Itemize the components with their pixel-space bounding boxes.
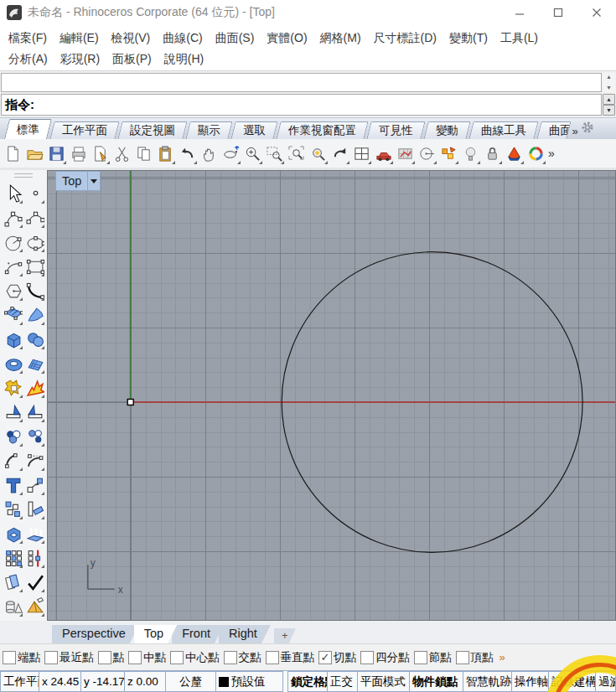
checkbox-icon[interactable] — [170, 651, 184, 664]
status-cell-9[interactable]: 物件鎖點 — [410, 671, 463, 692]
interpolate-curve-icon[interactable] — [23, 205, 45, 229]
lamp-icon[interactable] — [459, 142, 481, 165]
spinner-down-button[interactable]: ▼ — [603, 105, 615, 116]
top-viewport[interactable]: y x Top — [47, 170, 616, 621]
toolbar-grip[interactable] — [14, 173, 33, 178]
menu-item-8[interactable]: 變動(T) — [449, 31, 488, 46]
origin-point-marker[interactable] — [127, 399, 133, 405]
menu-item-0[interactable]: 檔案(F) — [8, 31, 47, 46]
blend-surface-icon[interactable] — [2, 424, 23, 447]
checkbox-icon[interactable] — [456, 651, 469, 664]
cut-icon[interactable] — [111, 142, 132, 165]
cplane-disc-icon[interactable] — [416, 142, 437, 165]
status-cell-8[interactable]: 平面模式 — [358, 671, 410, 692]
chevron-down-icon[interactable] — [88, 176, 100, 187]
scroll-down-icon[interactable]: ▼ — [606, 85, 612, 91]
command-prompt[interactable]: 指令: — [1, 94, 602, 116]
status-cell-10[interactable]: 智慧軌跡 — [463, 671, 512, 692]
menu-item-9[interactable]: 工具(L) — [500, 31, 538, 46]
sphere-icon[interactable] — [23, 327, 45, 350]
checkbox-icon[interactable] — [224, 651, 237, 664]
polygon-icon[interactable] — [2, 278, 23, 302]
checkbox-icon[interactable] — [3, 651, 16, 664]
add-viewport-tab-button[interactable]: + — [274, 628, 296, 643]
fillet-edge-icon[interactable] — [2, 400, 23, 423]
primitive-solids-icon[interactable] — [2, 594, 23, 617]
rotate-view-icon[interactable] — [220, 142, 241, 165]
export-selected-icon[interactable] — [89, 142, 111, 165]
toolbar-overflow-chevron[interactable]: » — [548, 147, 555, 160]
tab-overflow-chevron[interactable]: » — [572, 125, 578, 137]
surface-from-points-icon[interactable] — [2, 302, 23, 326]
osnap-5[interactable]: 交點 — [224, 650, 261, 665]
menu-item-2[interactable]: 面板(P) — [112, 52, 152, 67]
arc-icon[interactable] — [2, 254, 23, 277]
open-file-icon[interactable] — [23, 142, 45, 165]
render-icon[interactable] — [525, 142, 546, 165]
checkbox-icon[interactable] — [360, 651, 374, 664]
toolbar-tab-8[interactable]: 曲線工具 — [468, 121, 538, 139]
osnap-7[interactable]: ✓切點 — [318, 650, 356, 665]
osnap-9[interactable]: 節點 — [414, 650, 452, 665]
spinner-up-button[interactable]: ▲ — [603, 94, 615, 105]
toolbar-tab-4[interactable]: 選取 — [230, 121, 277, 139]
new-document-icon[interactable] — [2, 142, 23, 165]
copy-to-clipboard-icon[interactable] — [132, 142, 154, 165]
osnap-10[interactable]: 頂點 — [456, 650, 494, 665]
print-icon[interactable] — [67, 142, 89, 165]
status-cell-5[interactable]: 預設值 — [216, 671, 283, 692]
osnap-0[interactable]: 端點 — [3, 650, 40, 665]
move-uvn-icon[interactable] — [23, 473, 45, 496]
status-cell-3[interactable]: z 0.00 — [125, 671, 166, 692]
menu-item-5[interactable]: 實體(O) — [267, 31, 307, 46]
minimize-button[interactable] — [500, 2, 539, 23]
undo-view-change-icon[interactable] — [329, 142, 350, 165]
save-file-icon[interactable] — [45, 142, 67, 165]
scroll-up-icon[interactable]: ▲ — [606, 74, 612, 80]
rectangular-array-icon[interactable] — [2, 545, 23, 569]
chamfer-edge-icon[interactable] — [23, 400, 45, 423]
blend-curve-icon[interactable] — [23, 278, 45, 302]
osnap-3[interactable]: 中點 — [128, 650, 166, 665]
circle-center-radius-icon[interactable] — [2, 230, 23, 253]
merge-surface-icon[interactable] — [23, 424, 45, 447]
surface-from-curves-icon[interactable] — [23, 302, 45, 326]
menu-item-4[interactable]: 曲面(S) — [215, 31, 255, 46]
toolbar-tab-1[interactable]: 工作平面 — [49, 121, 119, 139]
osnap-overflow-chevron[interactable]: » — [500, 651, 505, 664]
pan-view-icon[interactable] — [198, 142, 220, 165]
status-cell-13[interactable]: 過濾器 — [596, 671, 616, 692]
toolbar-tab-6[interactable]: 可見性 — [366, 121, 425, 139]
gear-icon[interactable] — [581, 121, 594, 137]
select-objects-icon[interactable] — [2, 181, 23, 204]
zoom-selected-icon[interactable] — [307, 142, 329, 165]
toolbar-tab-7[interactable]: 變動 — [423, 121, 470, 139]
osnap-1[interactable]: 最近點 — [44, 650, 94, 665]
maximize-button[interactable] — [539, 2, 577, 23]
menu-item-1[interactable]: 彩現(R) — [60, 52, 100, 67]
single-point-icon[interactable] — [23, 181, 45, 204]
undo-icon[interactable] — [176, 142, 198, 165]
extract-surface-icon[interactable] — [23, 594, 45, 617]
zoom-in-out-icon[interactable] — [241, 142, 263, 165]
toolbar-tab-2[interactable]: 設定視圖 — [117, 121, 187, 139]
paste-icon[interactable] — [154, 142, 176, 165]
control-point-curve-icon[interactable] — [2, 205, 23, 229]
site-plan-icon[interactable] — [394, 142, 416, 165]
explode-icon[interactable] — [23, 375, 45, 399]
status-cell-7[interactable]: 正交 — [328, 671, 358, 692]
torus-icon[interactable] — [2, 351, 23, 374]
ellipse-icon[interactable] — [23, 230, 45, 253]
move-camera-icon[interactable] — [372, 142, 394, 165]
command-history-scrollbar[interactable]: ▲ ▼ — [603, 73, 615, 92]
toolbar-tab-3[interactable]: 顯示 — [185, 121, 232, 139]
adjust-end-bulge-icon[interactable] — [23, 448, 45, 472]
toolbar-tab-9[interactable]: 曲面 — [536, 121, 571, 139]
text-object-icon[interactable] — [2, 473, 23, 496]
toolbar-tab-0[interactable]: 標準 — [4, 119, 52, 139]
checkbox-icon[interactable] — [414, 651, 427, 664]
linear-array-icon[interactable] — [23, 545, 45, 569]
boolean-union-icon[interactable] — [2, 375, 23, 399]
menu-item-0[interactable]: 分析(A) — [8, 52, 48, 67]
checkbox-icon[interactable] — [98, 651, 111, 664]
